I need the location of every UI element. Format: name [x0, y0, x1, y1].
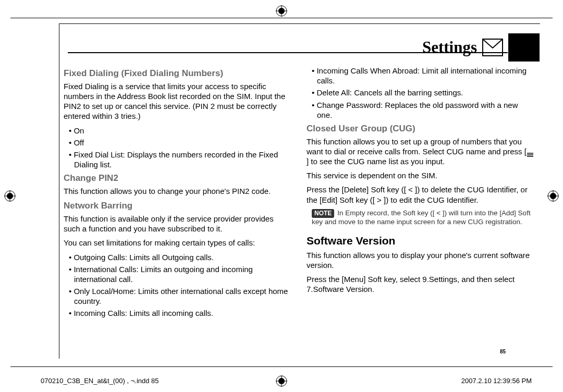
- registration-mark-bottom-icon: [276, 375, 287, 387]
- cug-description: This function allows you to set up a gro…: [307, 137, 534, 167]
- bullet-outgoing: Outgoing Calls: Limits all Outgoing call…: [69, 252, 291, 262]
- cug-p1b: ] to see the CUG name list as you input.: [307, 157, 445, 166]
- network-barring-p2: You can set limitations for making certa…: [64, 238, 291, 248]
- registration-mark-top-icon: [276, 5, 287, 17]
- menu-key-icon: [527, 150, 534, 155]
- left-column: Fixed Dialing (Fixed Dialing Numbers) Fi…: [59, 65, 297, 359]
- footer-filename: 070210_C3B_EN_at&t_(00) , ¬.indd 85: [41, 377, 159, 385]
- fixed-dialing-description: Fixed Dialing is a service that limits y…: [64, 81, 291, 121]
- page-number: 85: [500, 349, 506, 354]
- heading-fixed-dialing: Fixed Dialing (Fixed Dialing Numbers): [64, 68, 291, 79]
- barring-bullets: Outgoing Calls: Limits all Outgoing call…: [69, 252, 291, 318]
- bullet-international: International Calls: Limits an outgoing …: [69, 264, 291, 284]
- bullet-local-home: Only Local/Home: Limits other internatio…: [69, 286, 291, 306]
- bullet-on: On: [69, 126, 291, 136]
- cug-note: NOTEIn Empty record, the Soft key ([ < ]…: [312, 209, 532, 227]
- software-version-path: Press the [Menu] Soft key, select 9.Sett…: [307, 274, 534, 294]
- heading-change-pin2: Change PIN2: [64, 173, 291, 184]
- envelope-icon: [482, 39, 503, 56]
- page-title: Settings: [422, 38, 477, 57]
- bullet-off: Off: [69, 138, 291, 148]
- fixed-dialing-bullets: On Off Fixed Dial List: Displays the num…: [69, 126, 291, 170]
- bullet-delete-all: Delete All: Cancels all the barring sett…: [312, 88, 534, 97]
- registration-mark-right-icon: [547, 190, 559, 202]
- barring-bullets-cont: Incoming Calls When Abroad: Limit all in…: [312, 66, 534, 120]
- note-label: NOTE: [312, 209, 334, 218]
- note-text: In Empty record, the Soft key ([ < ]) wi…: [312, 209, 531, 226]
- page-header: Settings: [422, 36, 540, 59]
- registration-mark-left-icon: [4, 190, 16, 202]
- heading-cug: Closed User Group (CUG): [307, 123, 534, 134]
- header-underline: [68, 52, 508, 53]
- change-pin2-description: This function allows you to change your …: [64, 186, 291, 196]
- cug-sim-note: This service is dependent on the SIM.: [307, 170, 534, 180]
- bottom-rule: [10, 366, 553, 367]
- bullet-incoming: Incoming Calls: Limits all incoming call…: [69, 308, 291, 318]
- header-tab-block: [508, 33, 540, 62]
- footer-timestamp: 2007.2.10 12:39:56 PM: [461, 377, 532, 385]
- bullet-fixed-dial-list: Fixed Dial List: Displays the numbers re…: [69, 150, 291, 169]
- content-area: Fixed Dialing (Fixed Dialing Numbers) Fi…: [59, 65, 540, 359]
- cug-p1a: This function allows you to set up a gro…: [307, 137, 527, 156]
- network-barring-p1: This function is available only if the s…: [64, 214, 291, 234]
- top-rule: [10, 18, 553, 18]
- heading-software-version: Software Version: [307, 234, 534, 248]
- cug-softkeys: Press the [Delete] Soft key ([ < ]) to d…: [307, 185, 534, 204]
- right-column: Incoming Calls When Abroad: Limit all in…: [297, 65, 540, 359]
- bullet-change-password: Change Password: Replaces the old passwo…: [312, 100, 534, 120]
- page-frame: Settings Fixed Dialing (Fixed Dialing Nu…: [59, 23, 540, 359]
- bullet-incoming-abroad: Incoming Calls When Abroad: Limit all in…: [312, 66, 534, 85]
- software-version-description: This function allows you to display your…: [307, 250, 534, 270]
- heading-network-barring: Network Barring: [64, 200, 291, 212]
